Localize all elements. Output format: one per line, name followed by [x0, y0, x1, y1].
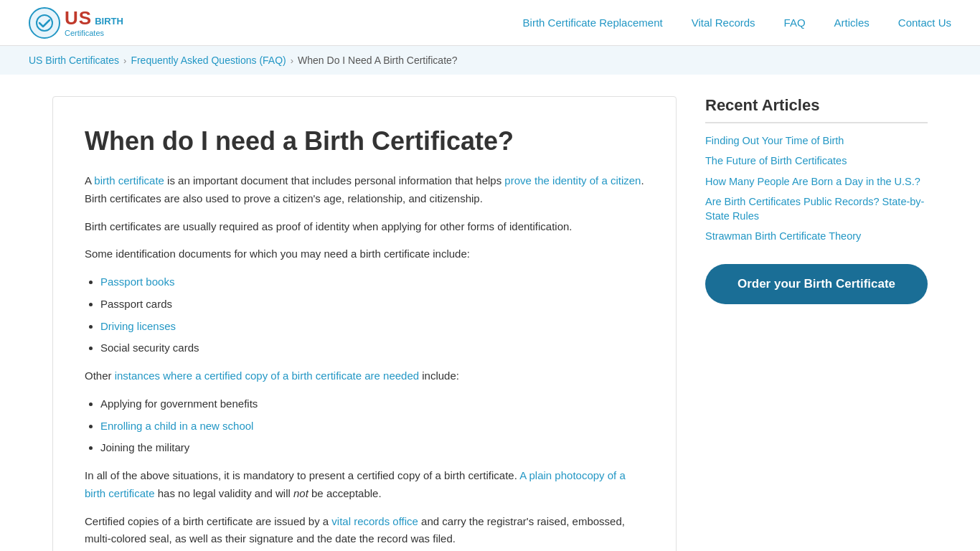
sidebar-article-links: Finding Out Your Time of Birth The Futur…: [705, 133, 928, 244]
nav-contact-us[interactable]: Contact Us: [898, 17, 951, 29]
list-item-passport-cards: Passport cards: [100, 296, 644, 314]
article-para-6: Certified copies of a birth certificate …: [85, 513, 644, 549]
article-para-2: Birth certificates are usually required …: [85, 218, 644, 236]
article-list-1: Passport books Passport cards Driving li…: [100, 273, 644, 357]
logo-us: US: [65, 8, 92, 29]
breadcrumb-home[interactable]: US Birth Certificates: [29, 55, 119, 66]
link-driving-licenses[interactable]: Driving licenses: [100, 320, 176, 332]
list-item-driving-licenses: Driving licenses: [100, 318, 644, 336]
logo-cert: Certificates: [65, 29, 123, 37]
breadcrumb-sep-2: ›: [291, 55, 293, 66]
sidebar-recent-articles: Recent Articles Finding Out Your Time of…: [705, 96, 928, 319]
link-passport-books[interactable]: Passport books: [100, 276, 174, 288]
link-birth-certificate[interactable]: birth certificate: [94, 174, 164, 187]
list-item-social-security: Social security cards: [100, 339, 644, 357]
site-logo[interactable]: US BIRTH Certificates: [29, 7, 123, 39]
sidebar: Recent Articles Finding Out Your Time of…: [705, 96, 928, 551]
article-not-italic: not: [293, 487, 308, 499]
sidebar-article-2[interactable]: How Many People Are Born a Day in the U.…: [705, 176, 920, 187]
article-list-2: Applying for government benefits Enrolli…: [100, 395, 644, 457]
link-enroll-school[interactable]: Enrolling a child in a new school: [100, 420, 253, 432]
list-item-military: Joining the military: [100, 439, 644, 457]
article-para-1: A birth certificate is an important docu…: [85, 172, 644, 208]
nav-vital-records[interactable]: Vital Records: [692, 17, 755, 29]
list-item-enroll-school: Enrolling a child in a new school: [100, 418, 644, 435]
breadcrumb-faq[interactable]: Frequently Asked Questions (FAQ): [131, 55, 286, 66]
article-para-3: Some identification documents for which …: [85, 245, 644, 263]
link-vital-records-office[interactable]: vital records office: [331, 515, 418, 527]
sidebar-article-4[interactable]: Strawman Birth Certificate Theory: [705, 230, 861, 242]
link-instances-certified[interactable]: instances where a certified copy of a bi…: [115, 369, 419, 382]
article-title: When do I need a Birth Certificate?: [85, 126, 644, 156]
order-button[interactable]: Order your Birth Certificate: [705, 264, 928, 304]
list-item-passport-books: Passport books: [100, 273, 644, 291]
article-para-4: Other instances where a certified copy o…: [85, 367, 644, 385]
list-item: Strawman Birth Certificate Theory: [705, 229, 928, 243]
logo-birth: BIRTH: [95, 17, 123, 27]
sidebar-article-0[interactable]: Finding Out Your Time of Birth: [705, 135, 844, 146]
nav-articles[interactable]: Articles: [834, 17, 870, 29]
sidebar-recent-title: Recent Articles: [705, 96, 928, 123]
breadcrumb-current: When Do I Need A Birth Certificate?: [298, 55, 458, 66]
article: When do I need a Birth Certificate? A bi…: [52, 96, 677, 551]
article-para-5: In all of the above situations, it is ma…: [85, 467, 644, 503]
list-item: How Many People Are Born a Day in the U.…: [705, 174, 928, 189]
list-item: Finding Out Your Time of Birth: [705, 133, 928, 148]
breadcrumb-sep-1: ›: [123, 55, 126, 66]
nav-birth-cert-replacement[interactable]: Birth Certificate Replacement: [523, 17, 663, 29]
sidebar-article-3[interactable]: Are Birth Certificates Public Records? S…: [705, 196, 924, 222]
list-item-gov-benefits: Applying for government benefits: [100, 395, 644, 413]
main-nav: Birth Certificate Replacement Vital Reco…: [523, 17, 951, 29]
logo-text: US BIRTH Certificates: [65, 8, 123, 37]
logo-icon: [29, 7, 60, 39]
breadcrumb: US Birth Certificates › Frequently Asked…: [0, 46, 980, 75]
nav-faq[interactable]: FAQ: [784, 17, 806, 29]
link-prove-identity[interactable]: prove the identity of a citizen: [504, 174, 641, 187]
list-item: Are Birth Certificates Public Records? S…: [705, 194, 928, 224]
list-item: The Future of Birth Certificates: [705, 154, 928, 168]
sidebar-article-1[interactable]: The Future of Birth Certificates: [705, 155, 847, 166]
